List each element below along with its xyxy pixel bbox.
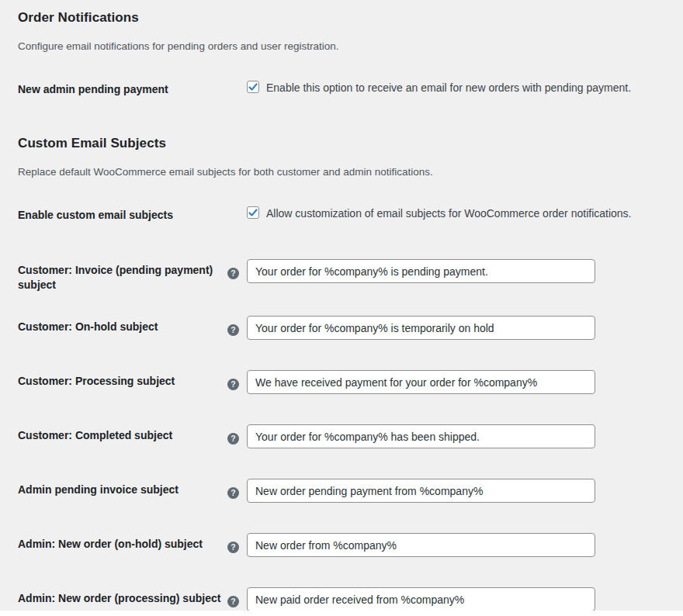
check-icon — [248, 82, 258, 92]
customer-on-hold-subject-input[interactable] — [247, 316, 595, 340]
setting-label: Admin pending invoice subject — [18, 479, 227, 497]
checkbox-description: Enable this option to receive an email f… — [266, 78, 631, 95]
setting-label: New admin pending payment — [18, 78, 227, 97]
help-icon[interactable]: ? — [227, 379, 239, 390]
setting-label: Admin: New order (on-hold) subject — [18, 533, 227, 552]
setting-row-customer-on-hold-subject: Customer: On-hold subject ? — [18, 316, 665, 340]
help-icon[interactable]: ? — [227, 596, 239, 607]
section-title-order-notifications: Order Notifications — [18, 0, 665, 26]
customer-invoice-pending-subject-input[interactable] — [247, 259, 595, 283]
section-title-custom-email-subjects: Custom Email Subjects — [18, 97, 665, 151]
setting-row-customer-invoice-pending-subject: Customer: Invoice (pending payment) subj… — [18, 259, 665, 292]
setting-row-new-admin-pending-payment: New admin pending payment Enable this op… — [18, 78, 665, 97]
setting-label: Customer: Processing subject — [18, 370, 227, 389]
check-icon — [248, 208, 258, 217]
setting-label: Admin: New order (processing) subject — [18, 587, 227, 606]
setting-row-customer-processing-subject: Customer: Processing subject ? — [18, 370, 665, 394]
customer-processing-subject-input[interactable] — [247, 370, 595, 394]
help-spacer — [227, 78, 247, 85]
setting-row-enable-custom-email-subjects: Enable custom email subjects Allow custo… — [18, 204, 665, 223]
setting-label: Customer: Completed subject — [18, 424, 227, 443]
help-icon[interactable]: ? — [227, 487, 239, 499]
admin-new-order-on-hold-subject-input[interactable] — [247, 533, 595, 557]
new-admin-pending-payment-checkbox[interactable] — [247, 81, 259, 93]
setting-label: Customer: Invoice (pending payment) subj… — [18, 259, 227, 292]
help-icon[interactable]: ? — [227, 542, 239, 553]
setting-label: Customer: On-hold subject — [18, 316, 227, 334]
bottom-white-strip — [0, 611, 683, 616]
help-icon[interactable]: ? — [227, 433, 239, 445]
admin-pending-invoice-subject-input[interactable] — [247, 479, 595, 503]
setting-row-customer-completed-subject: Customer: Completed subject ? — [18, 424, 665, 448]
help-icon[interactable]: ? — [227, 268, 239, 279]
subject-fields-list: Customer: Invoice (pending payment) subj… — [18, 259, 665, 611]
customer-completed-subject-input[interactable] — [247, 424, 595, 448]
section-description-custom-email-subjects: Replace default WooCommerce email subjec… — [18, 165, 665, 178]
help-icon[interactable]: ? — [227, 324, 239, 336]
setting-row-admin-pending-invoice-subject: Admin pending invoice subject ? — [18, 479, 665, 503]
admin-new-order-processing-subject-input[interactable] — [247, 587, 595, 611]
settings-page: Order Notifications Configure email noti… — [0, 0, 683, 611]
setting-row-admin-new-order-on-hold-subject: Admin: New order (on-hold) subject ? — [18, 533, 665, 557]
setting-row-admin-new-order-processing-subject: Admin: New order (processing) subject ? — [18, 587, 665, 611]
setting-label: Enable custom email subjects — [18, 204, 227, 223]
help-spacer — [227, 204, 247, 210]
section-description-order-notifications: Configure email notifications for pendin… — [18, 40, 665, 53]
enable-custom-email-subjects-checkbox[interactable] — [247, 206, 259, 219]
checkbox-description: Allow customization of email subjects fo… — [266, 204, 631, 220]
